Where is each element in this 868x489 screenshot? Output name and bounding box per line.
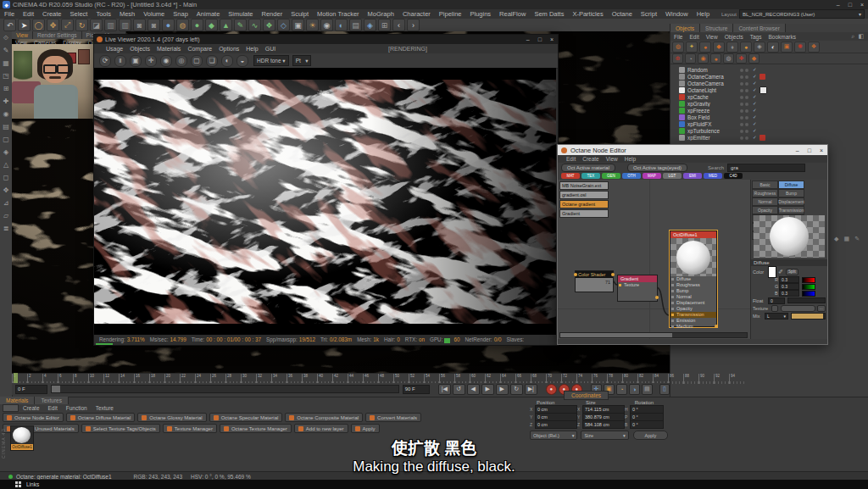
material-menu-item[interactable]: Texture xyxy=(92,405,118,411)
material-channel-tab[interactable]: Displacement xyxy=(778,197,804,206)
menu-item[interactable]: MoGraph xyxy=(364,10,398,18)
enable-check[interactable]: ✓ xyxy=(753,94,757,99)
visibility-dots[interactable] xyxy=(740,67,750,73)
material-channel-tab[interactable]: Roughness xyxy=(752,189,778,197)
octane-object-icon[interactable]: ◔ xyxy=(685,53,696,64)
lv-toolbar-icon[interactable]: ◒ xyxy=(236,55,248,67)
toolbar-icon[interactable]: ✎ xyxy=(234,19,247,31)
search-input[interactable]: gra xyxy=(727,164,805,172)
coord-mode-dropdown[interactable]: Object (Rel.)▾ xyxy=(530,431,577,440)
ne-menu-item[interactable]: Create xyxy=(579,156,603,162)
lv-menu-item[interactable]: Options xyxy=(215,46,242,52)
node-port[interactable]: Bump xyxy=(670,288,716,294)
material-menu-item[interactable]: Function xyxy=(62,405,92,411)
color-shader-node[interactable]: Color Shader 71 xyxy=(575,270,614,292)
toolbar-icon[interactable]: ◙ xyxy=(147,19,160,31)
octane-object-icon[interactable]: ◍ xyxy=(723,53,734,64)
lv-toolbar-icon[interactable]: ▢ xyxy=(191,55,203,67)
material-channel-tab[interactable]: Basic xyxy=(752,181,778,189)
lv-menu-item[interactable]: Help xyxy=(242,46,261,52)
octane-object-icon[interactable]: ◆ xyxy=(713,42,725,53)
material-tab[interactable]: Textures xyxy=(35,397,69,404)
toolbar-icon[interactable]: ◆ xyxy=(205,19,218,31)
visibility-dots[interactable] xyxy=(740,74,750,80)
octane-object-icon[interactable]: ✺ xyxy=(794,42,806,53)
enable-check[interactable]: ✓ xyxy=(753,108,757,113)
octane-material-button[interactable]: Select Texture Tags/Objects xyxy=(81,424,160,433)
palette-icon[interactable]: ◻ xyxy=(2,173,11,182)
octane-material-button[interactable]: Octane Specular Material xyxy=(209,413,283,422)
object-row[interactable]: OctaneCamera ✓ xyxy=(670,80,868,86)
octane-material-button[interactable]: Octane Composite Material xyxy=(285,413,363,422)
channel-value-field[interactable]: 0.3 xyxy=(779,276,799,283)
object-tag[interactable] xyxy=(760,74,765,80)
node-category-tab[interactable]: EMI xyxy=(683,173,702,179)
apply-button[interactable]: Apply xyxy=(633,431,668,440)
input-port-dot[interactable] xyxy=(574,273,577,276)
toolbar-icon[interactable]: ✥ xyxy=(47,19,59,31)
lv-toolbar-icon[interactable]: ◉ xyxy=(160,55,172,67)
octane-material-button[interactable]: Octane Node Editor xyxy=(3,413,64,422)
objects-menu-item[interactable]: Bookmarks xyxy=(765,34,799,40)
keyframe-toggle[interactable]: ◔ xyxy=(616,384,627,395)
current-frame-field[interactable]: 0 F xyxy=(15,385,47,394)
palette-icon[interactable]: ✎ xyxy=(2,46,11,55)
menu-item[interactable]: Script xyxy=(637,10,661,18)
toolbar-icon[interactable]: ◇ xyxy=(277,19,290,31)
channel-value-field[interactable]: 0.3 xyxy=(779,283,799,290)
record-button[interactable]: ● xyxy=(546,384,557,395)
enable-check[interactable]: ✓ xyxy=(753,101,757,106)
objects-tab[interactable]: Objects xyxy=(670,24,700,32)
palette-icon[interactable]: ◈ xyxy=(2,147,11,157)
menu-item[interactable]: Tools xyxy=(92,10,115,18)
lv-menu-item[interactable]: Compare xyxy=(184,46,215,52)
lv-menu-item[interactable]: GUI xyxy=(262,46,279,52)
octane-object-icon[interactable]: ⊕ xyxy=(672,53,683,64)
toolbar-icon[interactable]: ↻ xyxy=(75,19,88,31)
float-field[interactable]: 0 xyxy=(768,297,785,304)
object-row[interactable]: xpGravity ✓ xyxy=(670,100,868,107)
octdiffuse-node[interactable]: OctDiffuse1 DiffuseRoughnessBumpNormalDi… xyxy=(670,231,717,327)
size-mode-dropdown[interactable]: Size▾ xyxy=(581,431,628,440)
ne-menu-item[interactable]: Edit xyxy=(563,156,579,162)
menu-item[interactable]: Volume xyxy=(139,10,169,18)
objects-menu-item[interactable]: Tags xyxy=(747,34,765,40)
coordinates-tab[interactable]: Coordinates xyxy=(564,391,609,400)
toolbar-icon[interactable]: ◙ xyxy=(133,19,146,31)
enable-check[interactable]: ✓ xyxy=(753,67,757,72)
output-port-dot[interactable] xyxy=(655,296,659,299)
gradient-texture-port[interactable]: Texture xyxy=(618,282,657,288)
material-menu-item[interactable]: Edit xyxy=(44,405,62,411)
lv-minimize-button[interactable]: – xyxy=(522,36,534,42)
visibility-dots[interactable] xyxy=(740,87,750,93)
palette-icon[interactable]: ◉ xyxy=(2,109,11,119)
output-port-dot[interactable] xyxy=(715,325,718,328)
lv-toolbar-icon[interactable]: ‖ xyxy=(114,55,126,67)
menu-item[interactable]: Character xyxy=(398,10,435,18)
layout-dropdown[interactable]: BL_NCR_RECORDING3 (User)▾ xyxy=(739,9,865,19)
rotation-b-field[interactable]: 0 ° xyxy=(630,420,664,429)
object-tag[interactable] xyxy=(760,86,767,94)
shader-list-item[interactable]: gradient.osl xyxy=(559,191,609,199)
maximize-button[interactable]: □ xyxy=(844,2,856,8)
octane-material-button[interactable]: Apply xyxy=(351,424,380,433)
node-port[interactable]: Medium xyxy=(670,324,716,330)
node-category-tab[interactable]: C4D xyxy=(724,173,743,179)
toolbar-icon[interactable]: ◐ xyxy=(335,19,348,31)
visibility-dots[interactable] xyxy=(740,108,750,114)
material-channel-tab[interactable]: Bump xyxy=(778,189,804,197)
material-channel-tab[interactable]: Diffuse xyxy=(778,181,804,189)
object-row[interactable]: xpFreeze ✓ xyxy=(670,107,868,114)
split-button[interactable]: Split xyxy=(786,269,798,275)
palette-icon[interactable]: ⊿ xyxy=(2,198,11,208)
toolbar-icon[interactable]: › xyxy=(407,19,420,31)
toolbar-icon[interactable]: ∿ xyxy=(248,19,261,31)
lv-close-button[interactable]: × xyxy=(546,36,558,42)
enable-check[interactable]: ✓ xyxy=(753,114,757,119)
enable-check[interactable]: ✓ xyxy=(753,74,757,79)
material-menu-item[interactable]: Create xyxy=(19,405,44,411)
node-port[interactable]: Diffuse xyxy=(670,276,716,282)
lv-toolbar-icon[interactable]: ✛ xyxy=(145,55,157,67)
palette-icon[interactable]: ◳ xyxy=(2,71,11,81)
ne-menu-item[interactable]: Help xyxy=(621,156,639,162)
